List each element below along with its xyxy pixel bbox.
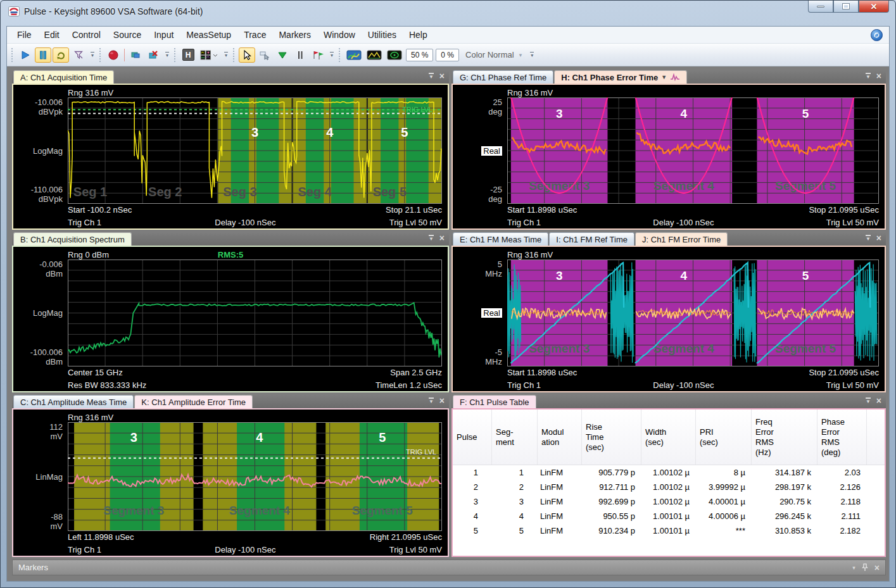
constellation-view-button[interactable] [385,47,404,63]
panel-close-icon[interactable]: × [439,234,445,242]
restore-button[interactable] [833,1,859,13]
move-marker-button[interactable] [256,47,273,63]
toolbar-overflow-icon[interactable]: ▾ [163,52,171,58]
toolbar-overflow-icon[interactable]: ▾ [89,52,96,58]
toolbar-overflow-icon[interactable]: ▾ [528,52,536,58]
tab-h-ch1-phase-error-time[interactable]: H: Ch1 Phase Error Time▼ [554,70,687,84]
trig-level-label: Trig Lvl 50 mV [826,380,879,390]
acquisition-spectrum-plot[interactable] [68,260,442,366]
amplitude-time-plot[interactable]: Segment 3Segment 4Segment 5TRIG LVL345 [68,422,442,531]
restart-button[interactable] [53,47,69,63]
panel-close-icon[interactable]: × [876,234,881,242]
panel-close-icon[interactable]: × [876,72,881,80]
table-cell: LinFM [538,482,582,492]
phase-error-time-plot[interactable]: Segment 3Segment 4Segment 5345 [507,97,879,204]
panel-menu-icon[interactable]: ▼ [429,397,434,404]
panel-menu-icon[interactable]: ▼ [866,397,871,404]
help-icon[interactable] [871,29,883,41]
workspace: A: Ch1 Acquisition Time ▼× Rng 316 mV -1… [7,66,889,581]
spectrum-view-button[interactable] [365,47,384,63]
zoom-y-field[interactable]: 0 % [436,49,459,61]
color-mode-dropdown[interactable]: Color Normal ▾ [460,50,527,59]
marker-flags-button[interactable] [310,47,326,63]
spectrogram-view-button[interactable] [344,47,363,63]
toolbar-grip[interactable] [11,48,14,62]
copy-screen-button[interactable] [127,47,144,63]
menu-source[interactable]: Source [107,28,148,42]
table-row[interactable]: 33LinFM992.699 p1.00102 µ4.00001 µ290.75… [453,494,885,509]
table-row[interactable]: 11LinFM905.779 p1.00102 µ8 µ314.187 k2.0… [453,465,885,480]
record-button[interactable] [105,47,122,63]
hardware-button[interactable]: H [180,47,196,63]
table-cell: 912.711 p [582,482,641,492]
pause-button[interactable] [35,47,51,63]
table-header-cell[interactable]: Rise Time (sec) [582,410,641,465]
fm-time-plot[interactable]: Segment 3Segment 4Segment 5345 [507,260,879,366]
table-header-cell[interactable]: Phase Error RMS (deg) [817,410,867,465]
markers-menu-icon[interactable]: ▾ [852,565,855,570]
tab-i-ch1-fm-ref-time[interactable]: I: Ch1 FM Ref Time [549,232,634,246]
panel-close-icon[interactable]: × [439,397,445,404]
select-pointer-button[interactable] [239,47,255,63]
delete-trace-button[interactable] [145,47,161,63]
minimize-button[interactable] [808,1,833,13]
panel-close-icon[interactable]: × [439,72,445,80]
menu-utilities[interactable]: Utilities [362,28,403,42]
table-cell: 2.118 [817,497,867,506]
menu-meassetup[interactable]: MeasSetup [180,28,237,42]
menu-file[interactable]: File [11,28,38,42]
menu-trace[interactable]: Trace [237,28,272,42]
band-marker-icon [294,49,306,61]
table-header-cell[interactable]: Modul ation [538,410,582,465]
toolbar-grip[interactable] [233,48,236,62]
table-header-cell[interactable]: Width (sec) [641,410,696,465]
table-header-cell[interactable]: Seg- ment [492,410,538,465]
table-cell: LinFM [538,511,582,521]
table-header-cell[interactable]: Pulse [453,410,492,465]
chevron-down-icon[interactable]: ▼ [661,74,667,80]
markers-bar[interactable]: Markers ▾ × [12,560,886,575]
panel-ch1-fm-time: E: Ch1 FM Meas TimeI: Ch1 FM Ref TimeJ: … [451,232,886,392]
acquisition-time-plot[interactable]: Seg 1Seg 2Seg 3Seg 4Seg 5TRIG LVL345 [68,97,442,204]
band-marker-button[interactable] [292,47,308,63]
panel-close-icon[interactable]: × [876,397,881,404]
play-button[interactable] [17,47,34,63]
tab-f-ch1-pulse-table[interactable]: F: Ch1 Pulse Table [453,395,536,408]
layout-grid-button[interactable] [198,47,220,63]
tab-e-ch1-fm-meas-time[interactable]: E: Ch1 FM Meas Time [453,232,548,246]
close-button[interactable]: ✕ [859,1,889,13]
move-marker-icon [259,49,270,61]
table-row[interactable]: 44LinFM950.55 p1.00101 µ4.00006 µ296.245… [453,509,885,523]
tab-c-ch1-amplitude-meas-time[interactable]: C: Ch1 Amplitude Meas Time [13,395,134,408]
toolbar-overflow-icon[interactable]: ▾ [328,52,336,58]
menu-markers[interactable]: Markers [272,28,317,42]
menu-input[interactable]: Input [148,28,180,42]
toolbar-grip[interactable] [339,48,341,62]
pin-icon[interactable] [862,563,868,572]
x-start-label: Start 11.8998 uSec [507,205,577,215]
table-row[interactable]: 22LinFM912.711 p1.00102 µ3.99992 µ298.19… [453,480,885,494]
panel-menu-icon[interactable]: ▼ [866,73,871,79]
markers-close-icon[interactable]: × [874,564,880,572]
menu-control[interactable]: Control [66,28,107,42]
table-header-cell[interactable]: Freq Error RMS (Hz) [752,410,817,465]
tab-g-ch1-phase-ref-time[interactable]: G: Ch1 Phase Ref Time [453,70,553,84]
menu-edit[interactable]: Edit [38,28,66,42]
toolbar-grip[interactable] [99,48,102,62]
zoom-x-field[interactable]: 50 % [406,49,433,61]
tab-a-ch1-acquisition-time[interactable]: A: Ch1 Acquisition Time [13,70,114,84]
menu-help[interactable]: Help [403,28,434,42]
peak-marker-button[interactable] [274,47,291,63]
toolbar-grip[interactable] [174,48,177,62]
panel-menu-icon[interactable]: ▼ [866,235,871,241]
toolbar-overflow-icon[interactable]: ▾ [222,52,230,58]
trigger-button[interactable] [70,47,87,63]
menu-window[interactable]: Window [317,28,362,42]
tab-k-ch1-amplitude-error-time[interactable]: K: Ch1 Amplitude Error Time [134,395,253,408]
panel-menu-icon[interactable]: ▼ [429,235,434,241]
table-row[interactable]: 55LinFM910.234 p1.00101 µ***310.853 k2.1… [453,523,885,538]
tab-j-ch1-fm-error-time[interactable]: J: Ch1 FM Error Time [635,232,728,246]
table-header-cell[interactable]: PRI (sec) [696,410,752,465]
tab-b-ch1-acquisition-spectrum[interactable]: B: Ch1 Acquisition Spectrum [13,232,132,246]
panel-menu-icon[interactable]: ▼ [429,73,434,79]
